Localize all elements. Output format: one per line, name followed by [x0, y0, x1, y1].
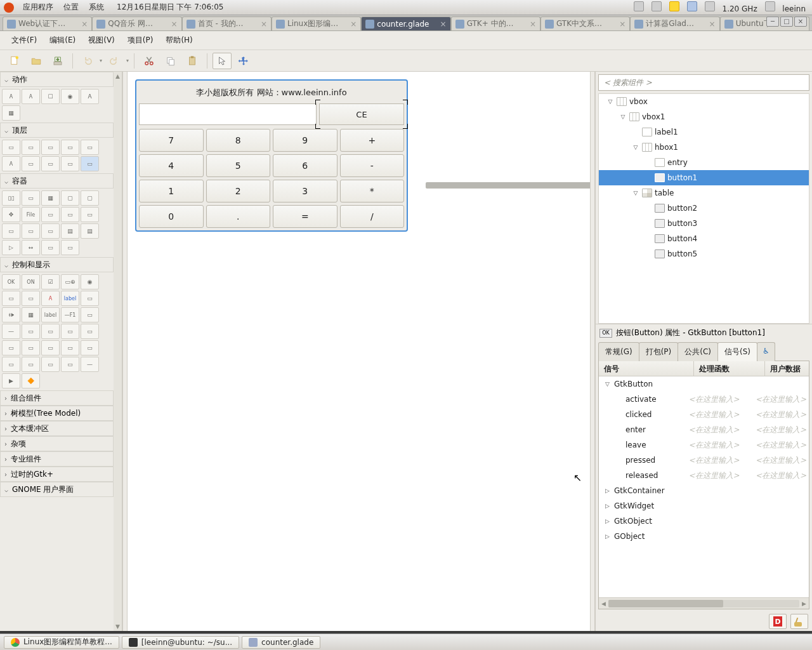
- palette-item[interactable]: ☐: [41, 89, 60, 104]
- design-canvas[interactable]: 李小超版权所有 网站：www.leeinn.info CE 7 8 9 + 4 …: [128, 72, 590, 631]
- signal-group[interactable]: ▷GtkContainer: [599, 483, 809, 498]
- signal-row[interactable]: pressed<在这里输入><在这里输入>: [599, 453, 809, 468]
- palette-item[interactable]: ▭: [61, 324, 79, 339]
- signal-group[interactable]: ▷GtkWidget: [599, 498, 809, 514]
- close-icon[interactable]: ×: [530, 20, 536, 29]
- palette-item[interactable]: A: [81, 89, 99, 104]
- key-5[interactable]: 5: [206, 154, 271, 177]
- signal-row[interactable]: leave<在这里输入><在这里输入>: [599, 437, 809, 453]
- palette-item[interactable]: 🔶: [22, 373, 40, 388]
- palette-item[interactable]: ▭: [2, 357, 20, 372]
- inspector-search[interactable]: < 搜索组件 >: [598, 74, 809, 91]
- drag-resize-tool[interactable]: [234, 53, 253, 69]
- palette-section-special[interactable]: ›专业组件: [0, 451, 114, 467]
- palette-item[interactable]: ▭: [22, 340, 40, 355]
- close-icon[interactable]: ×: [261, 20, 267, 29]
- palette-item[interactable]: 🕪: [2, 307, 20, 322]
- key-plus[interactable]: +: [340, 129, 405, 152]
- palette-item[interactable]: —: [81, 357, 99, 372]
- palette-item[interactable]: ▭: [2, 340, 20, 355]
- tree-row[interactable]: button5: [599, 246, 809, 262]
- signal-group[interactable]: ▷GtkObject: [599, 514, 809, 529]
- key-eq[interactable]: =: [273, 205, 337, 228]
- undo-dropdown[interactable]: ▾: [100, 58, 102, 63]
- sash[interactable]: [590, 72, 595, 631]
- maximize-button[interactable]: □: [780, 17, 793, 27]
- palette-item[interactable]: ▭: [41, 240, 60, 255]
- tab-signals[interactable]: 信号(S): [717, 342, 757, 361]
- ubuntu-logo-icon[interactable]: [4, 3, 14, 13]
- palette-item[interactable]: ▭: [81, 340, 99, 355]
- palette-item[interactable]: ▦: [41, 190, 60, 206]
- palette-item[interactable]: ▭: [22, 140, 40, 155]
- close-icon[interactable]: ×: [709, 20, 716, 29]
- menu-edit[interactable]: 编辑(E): [44, 32, 81, 48]
- signal-row[interactable]: released<在这里输入><在这里输入>: [599, 468, 809, 483]
- palette-item[interactable]: ▭⊕: [61, 274, 79, 289]
- tray-applet[interactable]: [667, 1, 682, 11]
- signal-row[interactable]: activate<在这里输入><在这里输入>: [599, 392, 809, 407]
- palette-item[interactable]: ☑: [41, 274, 60, 289]
- palette-item[interactable]: ▭: [81, 291, 99, 306]
- palette-item[interactable]: ▭: [61, 357, 79, 372]
- tab[interactable]: Web认证下…×: [3, 17, 92, 30]
- tree-row[interactable]: button2: [599, 201, 809, 216]
- palette-item[interactable]: ▭: [41, 340, 60, 355]
- palette-item[interactable]: ▭: [61, 156, 79, 171]
- palette-item[interactable]: ▭: [81, 207, 99, 222]
- close-button[interactable]: ×: [794, 17, 807, 27]
- key-0[interactable]: 0: [139, 205, 204, 228]
- selected-widget[interactable]: CE: [319, 103, 404, 125]
- palette-item[interactable]: ▭: [61, 240, 79, 255]
- tab-packing[interactable]: 打包(P): [639, 342, 679, 361]
- palette-item[interactable]: label: [61, 291, 79, 306]
- tab[interactable]: 首页 - 我的…×: [182, 17, 272, 30]
- expand-icon[interactable]: ▽: [632, 144, 639, 150]
- palette-item[interactable]: OK: [2, 274, 20, 289]
- palette-item[interactable]: ▭: [61, 207, 79, 222]
- palette-item[interactable]: ▭: [2, 140, 20, 155]
- tray-applet[interactable]: [631, 1, 646, 11]
- palette-item[interactable]: ▭: [81, 324, 99, 339]
- signals-hscrollbar[interactable]: ◀▶: [599, 597, 809, 609]
- palette-scrollbar[interactable]: ▲▼: [114, 72, 122, 631]
- palette-item[interactable]: ▭: [61, 140, 79, 155]
- col-userdata[interactable]: 用户数据: [765, 361, 809, 376]
- key-2[interactable]: 2: [206, 180, 271, 202]
- signals-tree[interactable]: ▽GtkButtonactivate<在这里输入><在这里输入>clicked<…: [599, 376, 809, 597]
- palette-item[interactable]: ◉: [81, 274, 99, 289]
- palette-item[interactable]: ▭: [61, 340, 79, 355]
- task-chrome[interactable]: Linux图形编程简单教程...: [4, 636, 119, 649]
- tray-applet[interactable]: [763, 1, 778, 11]
- save-button[interactable]: [48, 53, 67, 69]
- palette-section-tree[interactable]: ›树模型(Tree Model): [0, 406, 114, 421]
- palette-item[interactable]: ▢: [81, 190, 99, 206]
- palette-item[interactable]: A: [22, 89, 40, 104]
- tab[interactable]: GTK+ 中的…×: [451, 17, 540, 30]
- tray-applet[interactable]: [649, 1, 664, 11]
- tree-row[interactable]: button1: [599, 170, 809, 185]
- close-icon[interactable]: ×: [440, 20, 447, 29]
- col-handler[interactable]: 处理函数: [694, 361, 765, 376]
- palette-item[interactable]: ▤: [81, 223, 99, 239]
- palette-section-actions[interactable]: ⌵动作: [0, 72, 114, 87]
- redo-dropdown[interactable]: ▾: [126, 58, 129, 63]
- palette-item[interactable]: A: [2, 89, 20, 104]
- cut-button[interactable]: [140, 53, 159, 69]
- menu-view[interactable]: 视图(V): [83, 32, 120, 48]
- close-icon[interactable]: ×: [81, 20, 88, 29]
- palette-item[interactable]: ▭: [41, 156, 60, 171]
- tree-row[interactable]: ▽vbox: [599, 94, 809, 109]
- palette-item[interactable]: ▢: [61, 190, 79, 206]
- cpu-freq[interactable]: 1.20 GHz: [720, 4, 760, 13]
- close-icon[interactable]: ×: [171, 20, 178, 29]
- tab-a11y[interactable]: ♿: [757, 342, 775, 361]
- palette-section-textbuf[interactable]: ›文本缓冲区: [0, 421, 114, 436]
- palette-section-deprecated[interactable]: ›过时的Gtk+: [0, 467, 114, 482]
- selection-handles[interactable]: [317, 101, 407, 128]
- places-menu[interactable]: 位置: [58, 2, 84, 13]
- palette-item[interactable]: ▭: [22, 156, 40, 171]
- palette-item[interactable]: ▭: [81, 140, 99, 155]
- palette-item[interactable]: ▭: [81, 156, 99, 171]
- tree-row[interactable]: ▽table: [599, 185, 809, 201]
